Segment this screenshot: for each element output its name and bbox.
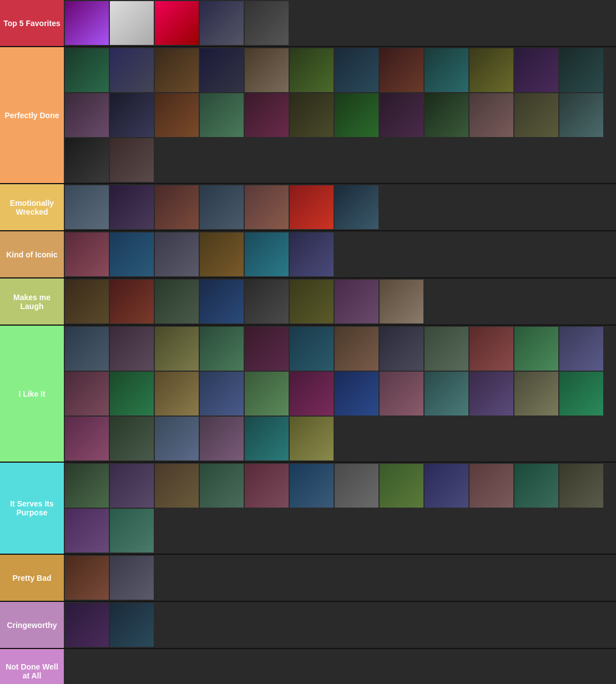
list-item[interactable] (245, 280, 289, 323)
list-item[interactable] (65, 1, 109, 45)
list-item[interactable] (110, 280, 154, 323)
list-item[interactable] (65, 556, 109, 600)
list-item[interactable] (469, 48, 513, 92)
list-item[interactable] (110, 417, 154, 460)
list-item[interactable] (110, 232, 154, 276)
list-item[interactable] (65, 185, 109, 229)
list-item[interactable] (469, 93, 513, 137)
list-item[interactable] (110, 372, 154, 416)
list-item[interactable] (245, 417, 289, 460)
list-item[interactable] (425, 327, 468, 371)
list-item[interactable] (335, 93, 378, 137)
list-item[interactable] (65, 464, 109, 508)
list-item[interactable] (200, 417, 244, 460)
list-item[interactable] (200, 48, 244, 92)
list-item[interactable] (245, 48, 289, 92)
list-item[interactable] (200, 327, 244, 371)
list-item[interactable] (200, 372, 244, 416)
list-item[interactable] (425, 372, 468, 416)
list-item[interactable] (335, 280, 378, 323)
list-item[interactable] (469, 464, 513, 508)
list-item[interactable] (110, 93, 154, 137)
list-item[interactable] (559, 327, 603, 371)
list-item[interactable] (425, 48, 468, 92)
list-item[interactable] (559, 464, 603, 508)
list-item[interactable] (514, 464, 558, 508)
list-item[interactable] (200, 1, 244, 45)
list-item[interactable] (425, 464, 468, 508)
list-item[interactable] (380, 48, 423, 92)
list-item[interactable] (514, 48, 558, 92)
list-item[interactable] (200, 185, 244, 229)
list-item[interactable] (335, 372, 378, 416)
list-item[interactable] (155, 372, 199, 416)
list-item[interactable] (65, 232, 109, 276)
list-item[interactable] (110, 327, 154, 371)
list-item[interactable] (245, 232, 289, 276)
list-item[interactable] (380, 464, 423, 508)
list-item[interactable] (65, 603, 109, 647)
list-item[interactable] (200, 280, 244, 323)
list-item[interactable] (425, 93, 468, 137)
list-item[interactable] (380, 93, 423, 137)
list-item[interactable] (65, 372, 109, 416)
list-item[interactable] (110, 185, 154, 229)
list-item[interactable] (245, 185, 289, 229)
list-item[interactable] (110, 1, 154, 45)
list-item[interactable] (65, 48, 109, 92)
list-item[interactable] (65, 509, 109, 553)
list-item[interactable] (65, 417, 109, 460)
list-item[interactable] (559, 372, 603, 416)
list-item[interactable] (514, 93, 558, 137)
list-item[interactable] (245, 372, 289, 416)
list-item[interactable] (559, 93, 603, 137)
list-item[interactable] (200, 232, 244, 276)
list-item[interactable] (290, 185, 334, 229)
list-item[interactable] (155, 280, 199, 323)
list-item[interactable] (110, 138, 154, 182)
list-item[interactable] (290, 327, 334, 371)
list-item[interactable] (110, 603, 154, 647)
list-item[interactable] (245, 464, 289, 508)
list-item[interactable] (290, 464, 334, 508)
list-item[interactable] (155, 1, 199, 45)
list-item[interactable] (65, 93, 109, 137)
list-item[interactable] (155, 93, 199, 137)
list-item[interactable] (155, 185, 199, 229)
list-item[interactable] (110, 509, 154, 553)
list-item[interactable] (155, 232, 199, 276)
list-item[interactable] (469, 372, 513, 416)
list-item[interactable] (290, 372, 334, 416)
list-item[interactable] (290, 48, 334, 92)
list-item[interactable] (245, 1, 289, 45)
list-item[interactable] (335, 185, 378, 229)
list-item[interactable] (200, 93, 244, 137)
list-item[interactable] (245, 93, 289, 137)
list-item[interactable] (559, 48, 603, 92)
list-item[interactable] (335, 327, 378, 371)
list-item[interactable] (155, 464, 199, 508)
list-item[interactable] (380, 372, 423, 416)
list-item[interactable] (380, 327, 423, 371)
list-item[interactable] (290, 232, 334, 276)
list-item[interactable] (290, 280, 334, 323)
list-item[interactable] (65, 327, 109, 371)
list-item[interactable] (155, 48, 199, 92)
list-item[interactable] (155, 327, 199, 371)
list-item[interactable] (335, 464, 378, 508)
list-item[interactable] (380, 280, 423, 323)
list-item[interactable] (110, 464, 154, 508)
list-item[interactable] (335, 48, 378, 92)
list-item[interactable] (290, 93, 334, 137)
list-item[interactable] (155, 417, 199, 460)
list-item[interactable] (290, 417, 334, 460)
list-item[interactable] (514, 372, 558, 416)
list-item[interactable] (65, 280, 109, 323)
list-item[interactable] (110, 48, 154, 92)
list-item[interactable] (469, 327, 513, 371)
list-item[interactable] (110, 556, 154, 600)
list-item[interactable] (200, 464, 244, 508)
list-item[interactable] (65, 138, 109, 182)
list-item[interactable] (245, 327, 289, 371)
list-item[interactable] (514, 327, 558, 371)
